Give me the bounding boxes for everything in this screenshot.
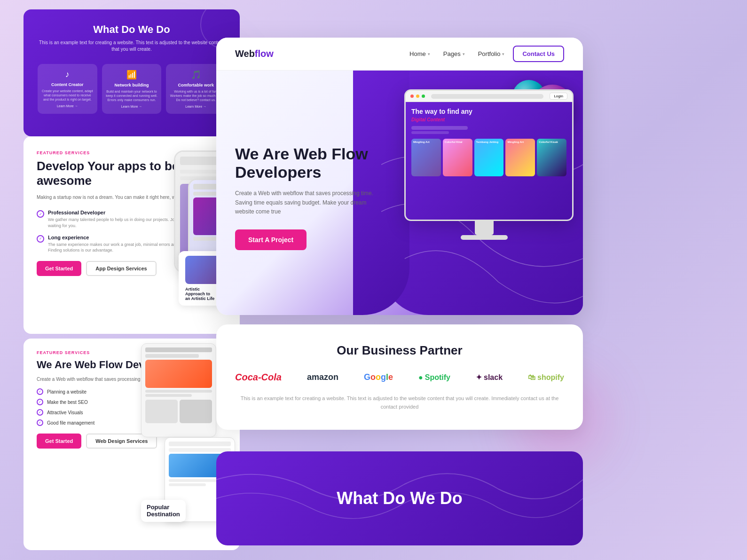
music2-icon: 🎵 [170,70,222,80]
left-bottom2-card: FEATURED SERVICES We Are Web Flow Develo… [24,339,240,550]
address-bar [431,94,543,99]
shopify-icon: 🛍 [528,373,535,382]
thumb-card-1: Colorful Kital [443,139,472,176]
chevron-down-icon-portfolio: ▾ [502,52,504,56]
nav-link-portfolio[interactable]: Portfolio ▾ [473,47,510,60]
chevron-down-icon-pages: ▾ [463,52,465,56]
partner-section: Our Business Partner Coca-Cola amazon Go… [216,324,583,430]
check-icon-1 [37,235,44,243]
logo-flow: flow [255,48,274,59]
learn-more-2[interactable]: Learn More → [170,105,222,108]
music-icon: ♪ [41,70,94,79]
partner-desc: This is an example text for creating a w… [235,394,564,411]
service-title-1: Network building [106,83,158,87]
check2-icon-1 [37,399,43,405]
service-cards-row: ♪ Content Creator Create your website co… [38,64,226,114]
slack-logo: ✦ slack [476,373,503,382]
nav-links: Home ▾ Pages ▾ Portfolio ▾ Contact Us [405,46,564,62]
monitor-content: The way to find any Digital Content Ming… [406,102,572,220]
monitor-base [461,235,508,240]
shopify-logo: 🛍 shopify [528,373,564,382]
monitor-hero-title: The way to find any [411,108,472,115]
partner-title: Our Business Partner [235,343,564,358]
amazon-logo: amazon [307,372,338,382]
hero-section: We Are Web Flow Developers Create a Web … [216,71,583,315]
partner-logos: Coca-Cola amazon Google ● Spotify ✦ slac… [235,372,564,383]
get-started-button[interactable]: Get Started [37,261,81,276]
left-card-title: What Do We Do [38,24,226,36]
service-card-0: ♪ Content Creator Create your website co… [38,64,97,114]
popular-text: PopularDestination [147,504,180,518]
check-icon-0 [37,210,44,218]
bottom-feature-text-1: Make the best SEO [47,400,88,405]
monitor-area: Login The way to find any Digital Conten… [395,80,574,301]
thumb-card-0: Mingling Art [411,139,441,176]
thumb-card-3: Mingling Art [505,139,535,176]
learn-more-0[interactable]: Learn More → [41,104,94,108]
nav-pages-label: Pages [443,50,461,57]
get-started-button-2[interactable]: Get Started [37,434,81,449]
monitor-header: Login [406,91,572,102]
hero-left: We Are Web Flow Developers Create a Web … [235,145,385,250]
bottom-section: What Do We Do [216,451,583,545]
monitor-hero-subtitle: Digital Content [411,117,472,122]
left-top-card: What Do We Do This is an example text fo… [24,9,240,136]
spotify-logo: ● Spotify [418,373,450,382]
app-design-button[interactable]: App Design Services [86,261,156,276]
bottom-feature-text-3: Good file management [47,420,94,426]
learn-more-1[interactable]: Learn More → [106,105,158,108]
coca-cola-logo: Coca-Cola [235,372,282,383]
slack-icon: ✦ [476,373,482,382]
nav-portfolio-label: Portfolio [478,50,501,57]
service-desc-0: Create your website content, adapt what … [41,89,94,102]
login-badge: Login [550,93,567,100]
monitor-frame: Login The way to find any Digital Conten… [404,89,574,221]
navbar: Webflow Home ▾ Pages ▾ Portfolio ▾ Conta… [216,38,583,71]
stack-page-1 [141,343,216,437]
thumb-card-4: Colorful Kisak [537,139,566,176]
check2-icon-3 [37,419,43,426]
thumb-card-2: Tembang Jetting [474,139,504,176]
chevron-down-icon: ▾ [428,52,430,56]
hero-subtitle: Create a Web with webflow that saves pro… [235,189,385,216]
left-card-subtitle: This is an example text for creating a w… [38,39,226,53]
service-card-1: 📶 Network building Build and maintain yo… [102,64,162,114]
bottom-feature-text-2: Attractive Visuals [47,410,83,415]
nav-home-label: Home [409,50,426,57]
dot-yellow [416,95,419,98]
dot-green [422,95,425,98]
monitor-cards-row: Mingling Art Colorful Kital Tembang Jett… [411,139,566,176]
bottom-title: What Do We Do [337,489,462,508]
service-title-0: Content Creator [41,82,94,87]
bottom-feature-text-0: Planning a website [47,389,86,394]
check2-icon-0 [37,388,43,395]
check2-icon-2 [37,409,43,416]
service-desc-2: Working with us is a lot of fun. Workers… [170,89,222,102]
logo-web: Web [235,48,255,59]
spotify-icon: ● [418,373,423,382]
left-middle-card: FEATURED SERVICES Develop Your apps to b… [24,136,240,334]
dot-red [410,95,414,98]
popular-badge: PopularDestination [141,500,186,522]
start-project-button[interactable]: Start A Project [235,229,307,250]
hero-title: We Are Web Flow Developers [235,145,385,181]
contact-us-button[interactable]: Contact Us [513,46,564,62]
main-card: Webflow Home ▾ Pages ▾ Portfolio ▾ Conta… [216,38,583,315]
google-logo: Google [364,372,393,382]
service-desc-1: Build and maintain your network to keep … [106,89,158,102]
nav-link-home[interactable]: Home ▾ [405,47,435,60]
logo: Webflow [235,48,274,59]
monitor-stand [475,221,494,235]
nav-link-pages[interactable]: Pages ▾ [439,47,470,60]
network-icon: 📶 [106,70,158,80]
service-title-2: Comfortable work [170,83,222,87]
